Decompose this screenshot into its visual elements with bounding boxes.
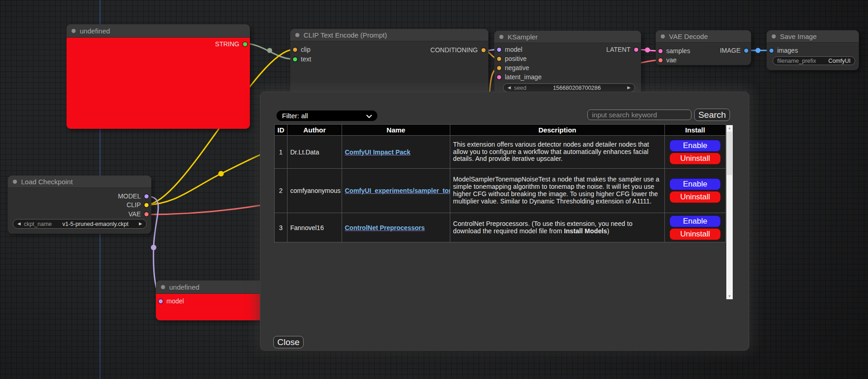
search-input[interactable] <box>587 110 691 120</box>
scrollbar-thumb[interactable] <box>727 132 732 175</box>
decrement-arrow-icon[interactable]: ◀ <box>508 86 511 90</box>
widget-label: seed <box>514 85 526 91</box>
cell-author: comfyanonymous <box>287 169 342 213</box>
input-slot-clip[interactable]: clip <box>293 46 310 53</box>
table-scrollbar[interactable]: ▲ ▼ <box>726 125 733 299</box>
input-slot-samples[interactable]: samples <box>658 47 690 55</box>
input-slot-model[interactable]: model <box>497 46 522 53</box>
seed-widget[interactable]: ◀ seed 156680208700286 ▶ <box>503 83 635 92</box>
decrement-arrow-icon[interactable]: ◀ <box>17 222 21 226</box>
output-slot-image[interactable]: IMAGE <box>720 47 748 54</box>
slot-label: latent_image <box>505 73 542 81</box>
filename-prefix-widget[interactable]: filename_prefix ComfyUI <box>773 56 855 65</box>
scroll-up-icon[interactable]: ▲ <box>726 125 733 131</box>
extension-link[interactable]: ControlNet Preprocessors <box>345 224 425 231</box>
slot-dot-text[interactable] <box>293 57 297 61</box>
slot-label: IMAGE <box>720 47 741 54</box>
input-slot-positive[interactable]: positive <box>497 55 526 62</box>
slot-dot-clip[interactable] <box>293 48 297 52</box>
node-ksampler[interactable]: KSampler model positive negative latent_… <box>494 31 641 95</box>
slot-dot-samples[interactable] <box>658 49 663 53</box>
output-slot-vae[interactable]: VAE <box>128 210 149 218</box>
slot-label: VAE <box>128 210 141 218</box>
extension-link[interactable]: ComfyUI Impact Pack <box>345 148 410 156</box>
comfyui-app: undefined STRING CLIP Text Encode (Promp… <box>0 0 868 379</box>
output-slot-latent[interactable]: LATENT <box>606 46 638 53</box>
collapse-dot-icon[interactable] <box>72 29 76 33</box>
slot-dot-string[interactable] <box>243 42 247 46</box>
node-title: VAE Decode <box>669 33 708 40</box>
widget-label: ckpt_name <box>24 221 52 227</box>
table-row: 2 comfyanonymous ComfyUI_experiments/sam… <box>275 169 726 213</box>
wire-dot[interactable] <box>218 171 224 176</box>
collapse-dot-icon[interactable] <box>161 285 165 289</box>
output-slot-clip[interactable]: CLIP <box>127 201 149 209</box>
search-button[interactable]: Search <box>694 109 730 121</box>
wire-dot[interactable] <box>756 48 761 53</box>
cell-id: 2 <box>275 169 287 213</box>
slot-dot-clip-out[interactable] <box>144 203 149 207</box>
slot-dot-conditioning[interactable] <box>481 48 486 52</box>
input-slot-vae[interactable]: vae <box>658 56 677 64</box>
slot-dot-negative[interactable] <box>497 66 501 70</box>
enable-button[interactable]: Enable <box>669 215 721 227</box>
cell-description: This extension offers various detector n… <box>450 136 665 169</box>
increment-arrow-icon[interactable]: ▶ <box>627 86 630 90</box>
node-title-bar[interactable]: CLIP Text Encode (Prompt) <box>290 29 488 41</box>
scroll-down-icon[interactable]: ▼ <box>726 293 733 299</box>
wire-dot[interactable] <box>151 245 156 250</box>
collapse-dot-icon[interactable] <box>661 34 665 38</box>
input-slot-text[interactable]: text <box>293 55 311 63</box>
collapse-dot-icon[interactable] <box>13 180 17 184</box>
header-description: Description <box>450 125 665 136</box>
node-load-checkpoint[interactable]: Load Checkpoint MODEL CLIP VAE ◀ ckpt_na… <box>8 176 151 234</box>
collapse-dot-icon[interactable] <box>772 34 776 38</box>
filter-select[interactable]: Filter: all <box>276 110 377 121</box>
output-slot-conditioning[interactable]: CONDITIONING <box>431 46 486 54</box>
slot-dot-vae-out[interactable] <box>144 212 149 216</box>
cell-install: Enable Uninstall <box>665 169 726 213</box>
collapse-dot-icon[interactable] <box>499 35 503 39</box>
enable-button[interactable]: Enable <box>669 140 721 152</box>
slot-dot-images[interactable] <box>769 49 774 53</box>
slot-label: images <box>777 47 798 54</box>
slot-dot-model-out[interactable] <box>144 194 149 198</box>
input-slot-latent-image[interactable]: latent_image <box>497 73 542 81</box>
output-slot-string[interactable]: STRING <box>215 40 247 48</box>
extension-link[interactable]: ComfyUI_experiments/sampler_tonemap <box>345 187 450 194</box>
slot-dot-model[interactable] <box>159 299 163 303</box>
node-save-image[interactable]: Save Image images filename_prefix ComfyU… <box>767 30 859 70</box>
node-title-bar[interactable]: Load Checkpoint <box>8 176 151 188</box>
slot-dot-model[interactable] <box>497 48 501 52</box>
enable-button[interactable]: Enable <box>669 178 721 190</box>
input-slot-model[interactable]: model <box>159 297 184 305</box>
node-undefined-top[interactable]: undefined STRING <box>66 24 250 129</box>
input-slot-images[interactable]: images <box>769 47 798 54</box>
node-title-bar[interactable]: undefined <box>66 24 250 38</box>
close-button[interactable]: Close <box>273 336 304 348</box>
wire-dot[interactable] <box>267 48 272 53</box>
uninstall-button[interactable]: Uninstall <box>669 153 721 165</box>
increment-arrow-icon[interactable]: ▶ <box>139 222 142 226</box>
slot-label: clip <box>301 46 310 53</box>
node-clip-text-encode[interactable]: CLIP Text Encode (Prompt) clip text COND… <box>290 29 488 98</box>
widget-value: 156680208700286 <box>553 85 601 91</box>
node-title: Save Image <box>780 33 817 40</box>
slot-dot-image[interactable] <box>744 49 748 53</box>
slot-dot-latent[interactable] <box>634 48 638 52</box>
node-title-bar[interactable]: VAE Decode <box>656 30 751 43</box>
node-title-bar[interactable]: Save Image <box>767 30 859 43</box>
wire-dot[interactable] <box>645 48 650 53</box>
output-slot-model[interactable]: MODEL <box>118 192 149 200</box>
slot-dot-positive[interactable] <box>497 57 501 61</box>
uninstall-button[interactable]: Uninstall <box>669 228 721 240</box>
collapse-dot-icon[interactable] <box>295 33 299 37</box>
uninstall-button[interactable]: Uninstall <box>669 191 721 203</box>
node-title-bar[interactable]: KSampler <box>494 31 641 43</box>
input-slot-negative[interactable]: negative <box>497 64 529 71</box>
slot-dot-latent-image[interactable] <box>497 75 501 79</box>
node-vae-decode[interactable]: VAE Decode samples vae IMAGE <box>656 30 751 65</box>
slot-dot-vae[interactable] <box>658 58 663 62</box>
ckpt-name-widget[interactable]: ◀ ckpt_name v1-5-pruned-emaonly.ckpt ▶ <box>13 219 147 229</box>
extensions-table: ID Author Name Description Install 1 Dr.… <box>274 124 726 242</box>
